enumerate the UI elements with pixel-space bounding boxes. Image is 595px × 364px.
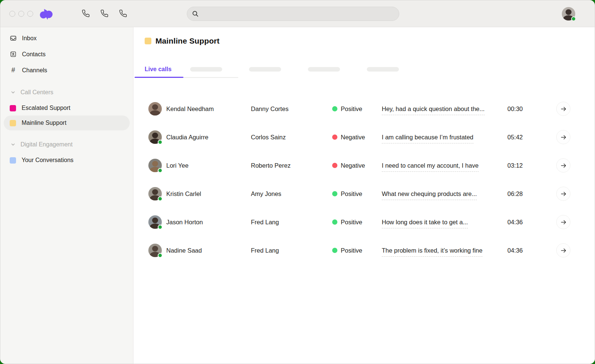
caller-name: Amy Jones xyxy=(251,190,332,197)
tab-placeholder[interactable] xyxy=(190,67,222,72)
presence-dot xyxy=(158,253,163,258)
sentiment-dot xyxy=(332,248,337,253)
open-call-button[interactable] xyxy=(556,243,570,257)
tab-placeholder[interactable] xyxy=(367,67,399,72)
agent-name: Kendal Needham xyxy=(166,105,251,113)
phone-buttons xyxy=(81,9,128,18)
open-call-button[interactable] xyxy=(556,215,570,229)
inbox-icon xyxy=(10,35,17,42)
open-call-button[interactable] xyxy=(556,102,570,116)
arrow-right-icon xyxy=(560,134,567,140)
sidebar-item-mainline-support[interactable]: Mainline Support xyxy=(4,115,130,130)
sentiment: Positive xyxy=(332,219,382,226)
search-input[interactable] xyxy=(199,7,399,20)
call-duration: 06:28 xyxy=(507,190,539,197)
dialpad-logo xyxy=(40,7,53,20)
section-digital-engagement[interactable]: Digital Engagement xyxy=(0,136,133,153)
section-label: Digital Engagement xyxy=(21,141,73,148)
hash-icon: # xyxy=(10,66,17,74)
sidebar-item-your-conversations[interactable]: Your Conversations xyxy=(4,153,130,168)
agent-avatar xyxy=(148,159,162,172)
sidebar-item-label: Escalated Support xyxy=(22,105,70,111)
sentiment: Positive xyxy=(332,190,382,197)
caller-name: Danny Cortes xyxy=(251,105,332,113)
presence-dot xyxy=(158,196,163,201)
search-bar[interactable] xyxy=(187,7,399,21)
agent-name: Lori Yee xyxy=(166,162,251,169)
sentiment: Positive xyxy=(332,247,382,254)
sentiment-dot xyxy=(332,134,337,140)
open-call-button[interactable] xyxy=(556,158,570,172)
agent-photo xyxy=(148,102,162,115)
tab-placeholder[interactable] xyxy=(308,67,340,72)
live-calls-list: Kendal Needham Danny Cortes Positive Hey… xyxy=(133,95,595,265)
page-header: Mainline Support xyxy=(145,36,595,46)
section-label: Call Centers xyxy=(21,89,53,96)
agent-avatar xyxy=(148,102,162,115)
transcript-snippet[interactable]: The problem is fixed, it’s working fine xyxy=(382,247,482,257)
window-control-maximize[interactable] xyxy=(27,11,33,17)
sidebar-item-escalated-support[interactable]: Escalated Support xyxy=(4,101,130,115)
app-window: Inbox Contacts # Channels Call Centers E… xyxy=(0,0,595,364)
transcript-snippet[interactable]: I need to cancel my account, I have xyxy=(382,162,479,172)
call-row: Kendal Needham Danny Cortes Positive Hey… xyxy=(133,95,595,123)
arrow-right-icon xyxy=(560,106,567,112)
main-content: Mainline Support Live calls Kendal Needh… xyxy=(133,27,595,364)
chevron-down-icon xyxy=(10,142,16,147)
channel-swatch xyxy=(10,120,16,126)
presence-dot xyxy=(158,140,163,145)
tab-bar: Live calls xyxy=(133,61,595,78)
agent-avatar xyxy=(148,215,162,229)
window-control-close[interactable] xyxy=(9,11,15,17)
transcript-snippet[interactable]: I am calling because I’m frustated xyxy=(382,134,473,143)
sentiment-label: Positive xyxy=(341,219,362,226)
call-duration: 04:36 xyxy=(507,247,539,254)
transcript-snippet[interactable]: How long does it take to get a... xyxy=(382,219,468,228)
call-row: Nadine Saad Fred Lang Positive The probl… xyxy=(133,236,595,265)
call-duration: 03:12 xyxy=(507,162,539,169)
window-control-minimize[interactable] xyxy=(18,11,24,17)
channel-swatch xyxy=(10,157,16,164)
window-controls xyxy=(9,11,33,17)
caller-name: Corlos Sainz xyxy=(251,134,332,141)
open-call-button[interactable] xyxy=(556,130,570,144)
sentiment-dot xyxy=(332,219,337,225)
agent-name: Jason Horton xyxy=(166,219,251,226)
tab-placeholder[interactable] xyxy=(249,67,281,72)
chevron-down-icon xyxy=(10,90,16,95)
sidebar-item-contacts[interactable]: Contacts xyxy=(0,46,133,62)
sidebar-item-label: Your Conversations xyxy=(22,157,73,164)
sentiment: Negative xyxy=(332,134,382,141)
sidebar-item-label: Inbox xyxy=(22,35,37,42)
sidebar-item-inbox[interactable]: Inbox xyxy=(0,30,133,46)
phone-icon[interactable] xyxy=(100,9,109,18)
channel-swatch xyxy=(145,38,151,44)
presence-dot xyxy=(571,16,576,21)
sentiment-label: Positive xyxy=(341,105,362,113)
phone-icon[interactable] xyxy=(119,9,128,18)
section-call-centers[interactable]: Call Centers xyxy=(0,84,133,101)
call-row: Lori Yee Roberto Perez Negative I need t… xyxy=(133,151,595,180)
agent-avatar xyxy=(148,187,162,200)
caller-name: Fred Lang xyxy=(251,219,332,226)
sentiment: Positive xyxy=(332,105,382,113)
tab-underline-active xyxy=(135,77,183,78)
open-call-button[interactable] xyxy=(556,187,570,201)
sidebar-item-channels[interactable]: # Channels xyxy=(0,62,133,78)
sentiment-dot xyxy=(332,163,337,168)
sentiment-label: Negative xyxy=(341,134,365,141)
user-avatar[interactable] xyxy=(562,7,575,20)
agent-avatar xyxy=(148,244,162,257)
transcript-snippet[interactable]: Hey, had a quick question about the... xyxy=(382,105,485,115)
arrow-right-icon xyxy=(560,219,567,225)
presence-dot xyxy=(158,225,163,230)
sidebar: Inbox Contacts # Channels Call Centers E… xyxy=(0,27,133,364)
contacts-icon xyxy=(10,51,17,58)
transcript-snippet[interactable]: What new chequing products are... xyxy=(382,190,477,200)
caller-name: Fred Lang xyxy=(251,247,332,254)
sentiment-dot xyxy=(332,106,337,111)
tab-live-calls[interactable]: Live calls xyxy=(145,66,171,73)
sentiment-dot xyxy=(332,191,337,196)
phone-icon[interactable] xyxy=(81,9,90,18)
call-row: Kristin Carlel Amy Jones Positive What n… xyxy=(133,180,595,208)
